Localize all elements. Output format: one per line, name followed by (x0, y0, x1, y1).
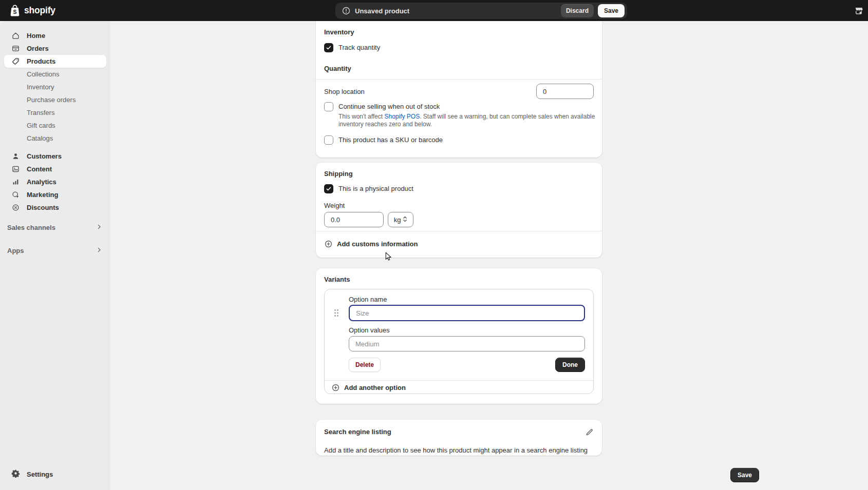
topbar: S shopify Unsaved product Discard Save (0, 0, 868, 21)
unsaved-product-label: Unsaved product (355, 7, 409, 15)
products-tag-icon (11, 57, 20, 66)
edit-seo-button[interactable] (585, 428, 594, 438)
sidebar-item-discounts[interactable]: Discounts (4, 201, 106, 214)
sidebar-nav: Home Orders Products Collections Invento… (0, 21, 110, 257)
topbar-save-button[interactable]: Save (598, 4, 625, 17)
add-another-option-row: Add another option (325, 381, 593, 394)
sidebar-item-home[interactable]: Home (4, 29, 106, 42)
shopify-admin-product-page: S shopify Unsaved product Discard Save (0, 0, 868, 490)
weight-input[interactable] (324, 212, 384, 227)
sku-barcode-checkbox[interactable]: This product has a SKU or barcode (324, 135, 594, 145)
home-icon (11, 31, 20, 40)
add-another-option-button[interactable]: Add another option (331, 383, 406, 392)
shopify-logo[interactable]: S shopify (9, 4, 55, 17)
gear-icon (11, 469, 20, 479)
sidebar-item-settings[interactable]: Settings (4, 467, 106, 481)
variants-title: Variants (324, 276, 594, 284)
seo-title: Search engine listing (324, 428, 391, 436)
store-menu-button[interactable] (853, 5, 864, 16)
sidebar-section-apps[interactable]: Apps (4, 244, 106, 257)
content-icon (11, 165, 20, 173)
continue-selling-help-text: This won't affect Shopify POS. Staff wil… (338, 113, 596, 128)
orders-icon (11, 44, 20, 53)
pencil-icon (585, 428, 594, 437)
option-name-label: Option name (349, 296, 585, 304)
checkbox-checked-icon (324, 43, 333, 52)
add-customs-information-button[interactable]: Add customs information (324, 240, 418, 248)
sidebar-item-gift-cards[interactable]: Gift cards (4, 119, 106, 132)
variants-card: Variants Option name Option values Delet… (316, 268, 602, 404)
page-save-button[interactable]: Save (730, 468, 759, 482)
storefront-icon (854, 6, 864, 16)
circle-plus-icon (324, 240, 333, 248)
track-quantity-checkbox[interactable]: Track quantity (324, 43, 594, 52)
variant-option-box: Option name Option values Delete Done Ad… (324, 289, 594, 394)
weight-unit-select[interactable]: kg (388, 212, 413, 227)
alert-icon (342, 6, 351, 15)
option-values-label: Option values (349, 326, 585, 335)
chevron-right-icon (97, 247, 101, 254)
quantity-title: Quantity (324, 65, 594, 73)
marketing-icon (11, 190, 20, 199)
select-chevrons-icon (403, 215, 407, 224)
sidebar: Home Orders Products Collections Invento… (0, 21, 110, 490)
sidebar-item-transfers[interactable]: Transfers (4, 106, 106, 119)
shop-location-quantity-input[interactable] (536, 84, 594, 99)
option-buttons-row: Delete Done (349, 358, 585, 372)
inventory-card: Inventory Track quantity Quantity Shop l… (316, 21, 602, 158)
option-name-input[interactable] (349, 305, 585, 321)
checkbox-unchecked (324, 102, 333, 111)
seo-description: Add a title and description to see how t… (324, 446, 594, 455)
sidebar-item-purchase-orders[interactable]: Purchase orders (4, 93, 106, 106)
discard-button[interactable]: Discard (561, 4, 594, 17)
sidebar-item-content[interactable]: Content (4, 163, 106, 175)
sidebar-item-analytics[interactable]: Analytics (4, 175, 106, 188)
customers-icon (11, 152, 20, 161)
chevron-right-icon (97, 224, 101, 231)
option-editor: Option name Option values Delete Done (325, 289, 593, 380)
checkbox-checked-icon (324, 184, 333, 193)
physical-product-checkbox[interactable]: This is a physical product (324, 184, 594, 193)
sidebar-item-marketing[interactable]: Marketing (4, 188, 106, 201)
shopify-bag-icon: S (9, 4, 21, 17)
weight-label: Weight (324, 202, 594, 210)
shopify-wordmark: shopify (24, 5, 55, 16)
shop-location-row: Shop location (324, 84, 594, 99)
svg-text:S: S (13, 9, 16, 15)
divider (316, 79, 602, 80)
sidebar-item-collections[interactable]: Collections (4, 68, 106, 81)
search-engine-listing-card: Search engine listing Add a title and de… (316, 420, 602, 456)
sidebar-item-customers[interactable]: Customers (4, 150, 106, 163)
continue-selling-checkbox[interactable]: Continue selling when out of stock (324, 102, 594, 111)
delete-option-button[interactable]: Delete (349, 358, 381, 372)
checkbox-unchecked (324, 135, 333, 145)
customs-row: Add customs information (324, 231, 594, 256)
unsaved-product-banner: Unsaved product Discard Save (335, 3, 627, 19)
sidebar-item-inventory[interactable]: Inventory (4, 81, 106, 93)
shipping-title: Shipping (324, 170, 594, 178)
seo-header-row: Search engine listing (324, 428, 594, 438)
drag-handle-icon[interactable] (334, 309, 339, 317)
option-values-input[interactable] (349, 336, 585, 351)
analytics-icon (11, 178, 20, 186)
inventory-title: Inventory (324, 28, 594, 36)
sidebar-item-products[interactable]: Products (4, 55, 106, 68)
shop-location-label: Shop location (324, 88, 365, 95)
circle-plus-icon (331, 383, 340, 392)
shopify-pos-link[interactable]: Shopify POS (384, 113, 420, 120)
done-button[interactable]: Done (555, 358, 585, 372)
nav-group-gap (4, 145, 106, 150)
sidebar-item-catalogs[interactable]: Catalogs (4, 132, 106, 145)
sidebar-item-orders[interactable]: Orders (4, 42, 106, 55)
sidebar-section-sales-channels[interactable]: Sales channels (4, 221, 106, 234)
weight-row: kg (324, 212, 594, 227)
discounts-icon (11, 203, 20, 212)
shipping-card: Shipping This is a physical product Weig… (316, 163, 602, 258)
